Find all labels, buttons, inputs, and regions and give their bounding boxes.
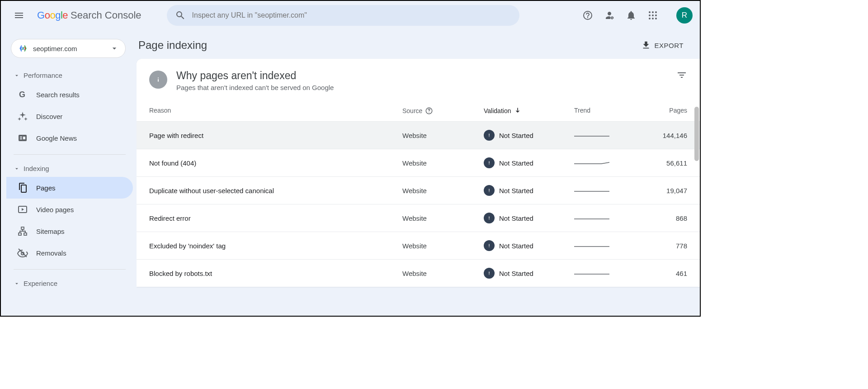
- col-source[interactable]: Source: [402, 107, 484, 115]
- svg-point-1: [652, 11, 654, 13]
- video-icon: [17, 204, 28, 215]
- google-logo: Google: [37, 9, 68, 21]
- sidebar-item-discover[interactable]: Discover: [6, 105, 133, 127]
- account-avatar[interactable]: R: [676, 7, 693, 24]
- svg-rect-11: [20, 137, 22, 138]
- cell-validation: Not Started: [484, 157, 574, 168]
- chevron-down-icon: [14, 166, 20, 172]
- sparkle-icon: [17, 111, 28, 122]
- divider: [14, 269, 126, 270]
- cell-validation: Not Started: [484, 213, 574, 223]
- sidebar-item-sitemaps[interactable]: Sitemaps: [6, 220, 133, 242]
- svg-point-4: [652, 14, 654, 16]
- issues-table: Reason Source Validation Trend Pages Pag: [137, 99, 700, 287]
- cell-pages: 19,047: [642, 187, 687, 194]
- chevron-down-icon: [110, 44, 119, 53]
- svg-point-7: [652, 18, 654, 19]
- svg-rect-13: [23, 137, 25, 139]
- section-label: Indexing: [24, 165, 49, 172]
- page-title: Page indexing: [138, 39, 207, 52]
- cell-source: Website: [402, 214, 484, 222]
- removal-icon: [17, 247, 28, 258]
- col-trend[interactable]: Trend: [574, 107, 642, 115]
- svg-point-3: [649, 14, 651, 16]
- cell-pages: 778: [642, 242, 687, 250]
- table-row[interactable]: Excluded by 'noindex' tag Website Not St…: [137, 232, 700, 259]
- svg-rect-17: [24, 233, 27, 235]
- exclamation-icon: [484, 185, 495, 196]
- property-selector[interactable]: seoptimer.com: [11, 39, 126, 58]
- property-icon: [18, 43, 28, 54]
- table-row[interactable]: Page with redirect Website Not Started 1…: [137, 121, 700, 149]
- section-indexing[interactable]: Indexing: [6, 160, 133, 177]
- help-icon[interactable]: [582, 10, 593, 21]
- col-reason[interactable]: Reason: [149, 107, 402, 115]
- export-button[interactable]: EXPORT: [641, 40, 684, 50]
- url-inspect-search[interactable]: [167, 5, 519, 26]
- arrow-down-icon: [514, 107, 522, 115]
- cell-trend: [574, 160, 642, 166]
- col-pages[interactable]: Pages: [642, 107, 687, 115]
- sidebar-item-label: Video pages: [36, 206, 74, 213]
- exclamation-icon: [484, 213, 495, 223]
- scrollbar[interactable]: [694, 107, 699, 161]
- property-label: seoptimer.com: [33, 45, 105, 52]
- pages-icon: [17, 182, 28, 193]
- cell-validation: Not Started: [484, 185, 574, 196]
- sidebar-item-google-news[interactable]: Google News: [6, 127, 133, 149]
- sidebar-item-removals[interactable]: Removals: [6, 242, 133, 264]
- sidebar-item-label: Removals: [36, 249, 66, 257]
- notifications-icon[interactable]: [626, 10, 637, 21]
- cell-reason: Page with redirect: [149, 132, 402, 139]
- svg-point-8: [655, 18, 657, 19]
- cell-validation: Not Started: [484, 268, 574, 279]
- table-row[interactable]: Redirect error Website Not Started 868: [137, 204, 700, 232]
- cell-trend: [574, 270, 642, 276]
- cell-validation: Not Started: [484, 240, 574, 251]
- section-label: Performance: [24, 71, 62, 79]
- url-inspect-input[interactable]: [192, 11, 511, 19]
- svg-rect-10: [19, 135, 27, 141]
- table-header: Reason Source Validation Trend Pages: [137, 99, 700, 121]
- table-row[interactable]: Duplicate without user-selected canonica…: [137, 176, 700, 204]
- cell-source: Website: [402, 270, 484, 277]
- exclamation-icon: [484, 240, 495, 251]
- svg-rect-12: [20, 138, 22, 139]
- cell-source: Website: [402, 242, 484, 250]
- info-icon: [149, 71, 167, 89]
- sidebar-item-video-pages[interactable]: Video pages: [6, 199, 133, 220]
- card-subtitle: Pages that aren't indexed can't be serve…: [176, 84, 334, 91]
- sidebar-item-label: Google News: [36, 134, 77, 142]
- cell-pages: 144,146: [642, 132, 687, 139]
- indexing-issues-card: Why pages aren't indexed Pages that aren…: [137, 59, 700, 287]
- svg-point-6: [649, 18, 651, 19]
- filter-button[interactable]: [676, 70, 687, 82]
- section-experience[interactable]: Experience: [6, 275, 133, 292]
- cell-trend: [574, 242, 642, 249]
- svg-text:G: G: [19, 90, 25, 99]
- main-menu-button[interactable]: [8, 5, 30, 26]
- col-validation[interactable]: Validation: [484, 107, 574, 115]
- section-performance[interactable]: Performance: [6, 67, 133, 84]
- sitemap-icon: [17, 226, 28, 237]
- download-icon: [641, 40, 651, 50]
- exclamation-icon: [484, 157, 495, 168]
- export-label: EXPORT: [655, 42, 684, 49]
- card-title: Why pages aren't indexed: [176, 70, 334, 82]
- cell-pages: 56,611: [642, 159, 687, 167]
- product-logo: Google Search Console: [37, 9, 142, 21]
- svg-point-18: [21, 252, 24, 255]
- filter-icon: [676, 70, 687, 81]
- table-row[interactable]: Not found (404) Website Not Started 56,6…: [137, 149, 700, 176]
- cell-source: Website: [402, 159, 484, 167]
- divider: [14, 154, 126, 155]
- help-icon[interactable]: [425, 107, 433, 115]
- cell-reason: Not found (404): [149, 159, 402, 167]
- apps-grid-icon[interactable]: [647, 10, 658, 21]
- sidebar-item-search-results[interactable]: G Search results: [6, 84, 133, 105]
- cell-reason: Duplicate without user-selected canonica…: [149, 187, 402, 194]
- table-row[interactable]: Blocked by robots.txt Website Not Starte…: [137, 259, 700, 287]
- user-settings-icon[interactable]: [604, 10, 615, 21]
- cell-reason: Redirect error: [149, 214, 402, 222]
- sidebar-item-pages[interactable]: Pages: [6, 177, 133, 199]
